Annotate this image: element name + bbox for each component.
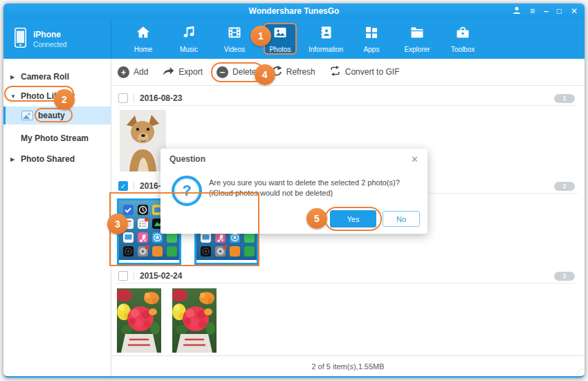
tab-label: Explorer [404, 46, 430, 53]
iphone-icon [15, 28, 26, 50]
add-icon: + [118, 66, 129, 78]
sidebar-item-label: Photo Library [21, 91, 75, 101]
sidebar-item-photo-library[interactable]: ▼ Photo Library [3, 88, 111, 104]
dog-photo-thumbnail[interactable] [120, 110, 166, 174]
tab-information[interactable]: Information [309, 23, 342, 55]
group-date: 2015-02-24 [140, 271, 549, 281]
tab-label: Apps [364, 46, 380, 53]
sidebar-item-label: My Photo Stream [21, 133, 89, 143]
tab-label: Videos [224, 46, 245, 53]
tab-label: Home [134, 46, 153, 53]
date-group-header: 2015-02-24 2 [117, 269, 578, 284]
folder-icon [409, 24, 425, 44]
sidebar: ▶ Camera Roll ▼ Photo Library beauty My … [3, 59, 111, 376]
sidebar-item-my-photo-stream[interactable]: My Photo Stream [3, 130, 111, 147]
tab-photos[interactable]: Photos 1 [264, 23, 297, 55]
delete-icon: − [217, 66, 228, 78]
yes-button-wrap: Yes 5 [330, 210, 376, 227]
group-checkbox[interactable] [118, 93, 128, 103]
app-title: Wondershare TunesGo [249, 6, 340, 16]
tab-videos[interactable]: Videos [218, 23, 251, 55]
tab-home[interactable]: Home [127, 23, 160, 55]
refresh-button[interactable]: Refresh [270, 65, 315, 80]
menu-icon[interactable]: ≡ [530, 7, 535, 15]
tab-label: Music [180, 46, 198, 53]
group-count-badge: 2 [554, 272, 575, 281]
export-arrow-icon [162, 65, 174, 80]
collapse-arrow-icon[interactable]: ▶ [10, 74, 16, 80]
delete-button[interactable]: − Delete 4 [217, 66, 257, 78]
yes-button[interactable]: Yes [330, 210, 376, 227]
tab-toolbox[interactable]: Toolbox [446, 23, 479, 55]
divider [134, 94, 134, 102]
sidebar-item-beauty-album[interactable]: beauty [3, 106, 111, 124]
divider [134, 182, 134, 190]
expand-arrow-icon[interactable]: ▼ [10, 93, 16, 100]
group-checkbox-checked[interactable]: ✓ [118, 181, 128, 191]
selection-status: 2 of 5 item(s),1.55MB [311, 362, 384, 371]
contacts-book-icon [318, 24, 334, 44]
app-screenshot: Wondershare TunesGo ≡ – □ ✕ iPhone Conne… [0, 0, 588, 381]
flower-photo-thumbnail[interactable] [172, 288, 217, 355]
home-icon [135, 24, 151, 44]
dialog-title: Question [169, 154, 205, 164]
photos-icon [272, 24, 288, 44]
minimize-button[interactable]: – [544, 7, 548, 15]
collapse-arrow-icon[interactable]: ▶ [10, 156, 16, 162]
export-button[interactable]: Export [162, 65, 203, 80]
film-icon [226, 24, 243, 44]
nav-bar: iPhone Connected Home Music Videos [3, 19, 585, 59]
dialog-header: Question ✕ [160, 149, 428, 169]
tab-apps[interactable]: Apps [355, 23, 388, 55]
tab-label: Photos [269, 46, 291, 53]
sidebar-item-photo-shared[interactable]: ▶ Photo Shared [3, 151, 111, 167]
refresh-icon [270, 65, 282, 80]
device-panel: iPhone Connected [3, 19, 111, 59]
sidebar-item-label: Camera Roll [21, 72, 69, 82]
device-info: iPhone Connected [33, 30, 66, 48]
tab-music[interactable]: Music [172, 23, 205, 55]
resize-grip[interactable]: ⋰ [576, 368, 582, 375]
divider [134, 272, 134, 280]
convert-gif-icon [329, 65, 341, 80]
apps-grid-icon [363, 24, 380, 44]
group-checkbox[interactable] [118, 271, 128, 281]
question-dialog: Question ✕ ? Are you sure you want to de… [160, 149, 428, 234]
add-button[interactable]: + Add [118, 66, 148, 78]
no-button[interactable]: No [383, 211, 420, 227]
close-button[interactable]: ✕ [571, 7, 578, 15]
window-controls: ≡ – □ ✕ [513, 3, 578, 19]
dialog-close-icon[interactable]: ✕ [411, 154, 419, 165]
device-status: Connected [33, 41, 66, 48]
group-date: 2016-08-23 [140, 93, 549, 103]
status-bar: 2 of 5 item(s),1.55MB ⋰ [111, 355, 585, 376]
question-mark-icon: ? [172, 176, 202, 206]
music-note-icon [181, 24, 197, 44]
dialog-message: Are you sure you want to delete the sele… [209, 178, 418, 198]
sidebar-item-label: Photo Shared [21, 154, 75, 164]
dialog-buttons: Yes 5 No [330, 210, 420, 227]
group-count-badge: 1 [554, 94, 575, 103]
photo-row [117, 288, 578, 355]
tab-label: Information [309, 46, 343, 53]
tab-label: Toolbox [451, 46, 475, 53]
check-icon: ✓ [120, 183, 126, 190]
date-group-header: 2016-08-23 1 [117, 91, 578, 106]
toolbox-icon [454, 24, 471, 44]
user-account-icon[interactable] [513, 6, 521, 16]
flower-photo-thumbnail[interactable] [117, 288, 161, 355]
convert-to-gif-button[interactable]: Convert to GIF [329, 65, 400, 80]
title-bar: Wondershare TunesGo ≡ – □ ✕ [3, 3, 585, 19]
album-icon [21, 111, 33, 120]
device-name: iPhone [33, 30, 66, 39]
nav-tabs: Home Music Videos Photos 1 Informa [127, 19, 479, 59]
group-count-badge: 2 [554, 182, 575, 191]
photos-toolbar: + Add Export − Delete 4 [111, 59, 585, 86]
maximize-button[interactable]: □ [557, 7, 562, 15]
sidebar-item-camera-roll[interactable]: ▶ Camera Roll [3, 68, 111, 85]
sidebar-item-label: beauty [38, 111, 65, 120]
tab-explorer[interactable]: Explorer [401, 23, 434, 55]
step-5-badge: 5 [306, 208, 327, 229]
step-1-badge: 1 [250, 26, 271, 46]
